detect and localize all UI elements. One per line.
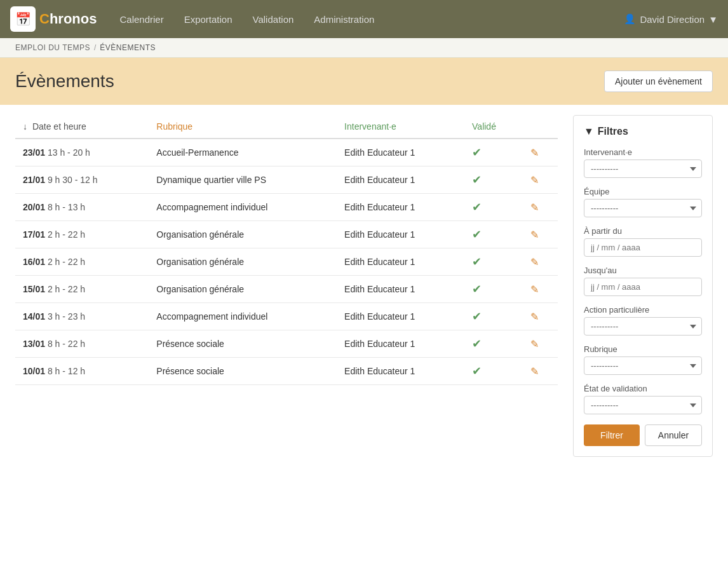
filter-action-particuliere: Action particulière ---------- (584, 305, 702, 336)
filter-equipe: Équipe ---------- (584, 187, 702, 217)
edit-icon[interactable]: ✎ (530, 257, 539, 268)
cell-actions: ✎ (523, 330, 558, 358)
check-icon: ✔ (472, 228, 482, 241)
cell-intervenant: Edith Educateur 1 (337, 276, 464, 303)
breadcrumb: EMPLOI DU TEMPS / ÉVÈNEMENTS (0, 38, 728, 58)
chevron-down-icon: ▼ (708, 14, 718, 25)
filter-date-to-label: Jusqu'au (584, 266, 702, 275)
filter-date-to-input[interactable] (584, 278, 702, 296)
date-day: 17/01 (23, 229, 45, 240)
edit-icon[interactable]: ✎ (530, 202, 539, 213)
check-icon: ✔ (472, 337, 482, 350)
cell-date: 20/01 8 h - 13 h (15, 194, 149, 221)
cell-intervenant: Edith Educateur 1 (337, 166, 464, 194)
cell-intervenant: Edith Educateur 1 (337, 139, 464, 166)
cell-date: 23/01 13 h - 20 h (15, 139, 149, 166)
filter-buttons: Filtrer Annuler (584, 424, 702, 446)
date-time: 8 h - 12 h (48, 366, 85, 376)
cell-rubrique: Accompagnement individuel (149, 303, 337, 330)
date-day: 10/01 (23, 366, 45, 376)
edit-icon[interactable]: ✎ (530, 147, 539, 158)
date-day: 13/01 (23, 339, 45, 349)
check-icon: ✔ (472, 201, 482, 214)
breadcrumb-parent[interactable]: EMPLOI DU TEMPS (15, 43, 90, 52)
table-row: 16/01 2 h - 22 h Organisation générale E… (15, 248, 558, 276)
filter-intervenant: Intervenant·e ---------- (584, 147, 702, 178)
cell-intervenant: Edith Educateur 1 (337, 303, 464, 330)
filter-title: ▼ Filtres (584, 126, 702, 137)
funnel-icon: ▼ (584, 126, 594, 137)
table-row: 13/01 8 h - 22 h Présence sociale Edith … (15, 330, 558, 358)
date-time: 8 h - 13 h (48, 202, 85, 212)
col-header-rubrique[interactable]: Rubrique (149, 115, 337, 139)
filter-action-select[interactable]: ---------- (584, 317, 702, 336)
table-row: 20/01 8 h - 13 h Accompagnement individu… (15, 194, 558, 221)
cell-actions: ✎ (523, 276, 558, 303)
add-event-button[interactable]: Ajouter un évènement (604, 71, 713, 92)
events-table: ↓ Date et heure Rubrique Intervenant·e V… (15, 115, 558, 385)
filter-etat-select[interactable]: ---------- (584, 396, 702, 414)
cell-rubrique: Dynamique quartier ville PS (149, 166, 337, 194)
brand-logo[interactable]: 📅 Chronos (10, 6, 97, 32)
navbar: 📅 Chronos Calendrier Exportation Validat… (0, 0, 728, 38)
cell-date: 21/01 9 h 30 - 12 h (15, 166, 149, 194)
cell-actions: ✎ (523, 248, 558, 276)
table-row: 10/01 8 h - 12 h Présence sociale Edith … (15, 358, 558, 385)
table-header-row: ↓ Date et heure Rubrique Intervenant·e V… (15, 115, 558, 139)
edit-icon[interactable]: ✎ (530, 339, 539, 349)
edit-icon[interactable]: ✎ (530, 175, 539, 186)
col-header-date[interactable]: ↓ Date et heure (15, 115, 149, 139)
cell-date: 13/01 8 h - 22 h (15, 330, 149, 358)
date-time: 2 h - 22 h (48, 229, 85, 240)
filter-rubrique-select[interactable]: ---------- (584, 356, 702, 375)
breadcrumb-current: ÉVÈNEMENTS (100, 43, 156, 52)
cell-rubrique: Organisation générale (149, 221, 337, 248)
nav-validation[interactable]: Validation (245, 9, 302, 30)
cell-actions: ✎ (523, 166, 558, 194)
check-icon: ✔ (472, 173, 482, 186)
user-menu[interactable]: 👤 David Direction ▼ (624, 13, 718, 25)
filter-date-from-input[interactable] (584, 238, 702, 257)
col-header-intervenant[interactable]: Intervenant·e (337, 115, 464, 139)
brand-icon: 📅 (10, 6, 36, 32)
edit-icon[interactable]: ✎ (530, 311, 539, 322)
cell-rubrique: Organisation générale (149, 276, 337, 303)
date-time: 2 h - 22 h (48, 257, 85, 267)
date-time: 9 h 30 - 12 h (48, 175, 98, 185)
edit-icon[interactable]: ✎ (530, 366, 539, 377)
filter-intervenant-select[interactable]: ---------- (584, 159, 702, 178)
cell-rubrique: Organisation générale (149, 248, 337, 276)
edit-icon[interactable]: ✎ (530, 229, 539, 240)
cell-valide: ✔ (464, 194, 523, 221)
filter-cancel-button[interactable]: Annuler (645, 424, 702, 446)
cell-intervenant: Edith Educateur 1 (337, 194, 464, 221)
filter-submit-button[interactable]: Filtrer (584, 424, 640, 446)
cell-valide: ✔ (464, 139, 523, 166)
cell-valide: ✔ (464, 248, 523, 276)
date-time: 13 h - 20 h (48, 147, 90, 158)
page-title: Évènements (15, 71, 114, 92)
nav-calendrier[interactable]: Calendrier (112, 9, 171, 30)
col-header-actions (523, 115, 558, 139)
date-day: 15/01 (23, 284, 45, 294)
filter-equipe-select[interactable]: ---------- (584, 199, 702, 217)
check-icon: ✔ (472, 283, 482, 295)
cell-valide: ✔ (464, 221, 523, 248)
cell-rubrique: Présence sociale (149, 330, 337, 358)
cell-actions: ✎ (523, 139, 558, 166)
filter-etat-validation: État de validation ---------- (584, 384, 702, 414)
filter-date-from-label: À partir du (584, 226, 702, 236)
table-row: 17/01 2 h - 22 h Organisation générale E… (15, 221, 558, 248)
col-header-valide[interactable]: Validé (464, 115, 523, 139)
date-time: 8 h - 22 h (48, 339, 85, 349)
nav-administration[interactable]: Administration (306, 9, 382, 30)
table-row: 15/01 2 h - 22 h Organisation générale E… (15, 276, 558, 303)
filter-rubrique-label: Rubrique (584, 344, 702, 354)
edit-icon[interactable]: ✎ (530, 284, 539, 295)
sort-icon: ↓ (23, 121, 27, 132)
cell-valide: ✔ (464, 276, 523, 303)
cell-date: 16/01 2 h - 22 h (15, 248, 149, 276)
date-time: 3 h - 23 h (48, 311, 85, 322)
nav-exportation[interactable]: Exportation (177, 9, 240, 30)
date-day: 16/01 (23, 257, 45, 267)
